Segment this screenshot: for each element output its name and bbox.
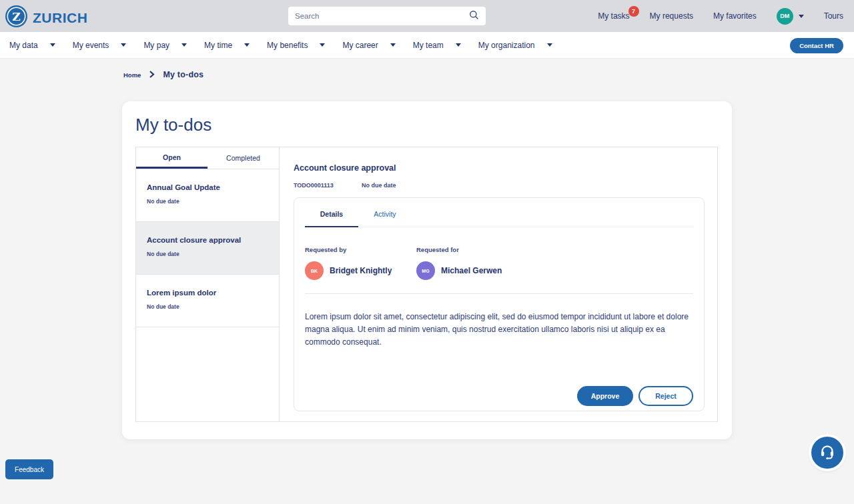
chevron-down-icon bbox=[181, 43, 187, 47]
todo-item-due: No due date bbox=[147, 251, 268, 257]
my-todos-card: My to-dos Open Completed Annual Goal Upd… bbox=[122, 101, 732, 439]
header-right: My tasks 7 My requests My favorites DM T… bbox=[598, 0, 843, 32]
requested-for-person: MG Michael Gerwen bbox=[416, 261, 502, 280]
action-buttons: Approve Reject bbox=[305, 386, 693, 406]
chevron-right-icon bbox=[149, 69, 155, 81]
nav-label: My team bbox=[413, 41, 444, 50]
detail-due-date: No due date bbox=[362, 182, 396, 189]
contact-hr-button[interactable]: Contact HR bbox=[790, 38, 843, 53]
detail-title: Account closure approval bbox=[294, 163, 705, 173]
avatar[interactable]: DM bbox=[777, 8, 793, 25]
todo-item-due: No due date bbox=[147, 303, 268, 310]
todo-item-title: Account closure approval bbox=[147, 236, 268, 244]
nav-label: My organization bbox=[478, 41, 535, 50]
nav-label: My data bbox=[9, 41, 38, 50]
chevron-down-icon bbox=[547, 43, 552, 47]
requested-for-name: Michael Gerwen bbox=[441, 266, 502, 275]
nav-label: My pay bbox=[143, 41, 169, 50]
tours-link[interactable]: Tours bbox=[824, 11, 843, 21]
nav-label: My career bbox=[342, 41, 378, 50]
todo-list-panel: Open Completed Annual Goal Update No due… bbox=[136, 147, 280, 421]
nav-label: My benefits bbox=[267, 41, 308, 50]
nav-item-my-benefits[interactable]: My benefits bbox=[267, 41, 325, 50]
tasks-count-badge: 7 bbox=[628, 6, 639, 17]
requested-by-person: BK Bridget Knightly bbox=[305, 261, 416, 280]
nav-item-my-time[interactable]: My time bbox=[204, 41, 250, 50]
requested-by-label: Requested by bbox=[305, 246, 416, 253]
zurich-logo-icon: Z bbox=[5, 5, 27, 30]
tab-details[interactable]: Details bbox=[305, 210, 358, 227]
detail-meta: TODO0001113 No due date bbox=[294, 182, 705, 189]
todo-detail-panel: Account closure approval TODO0001113 No … bbox=[280, 147, 717, 421]
headset-icon bbox=[819, 443, 836, 463]
search-icon[interactable] bbox=[469, 10, 479, 23]
list-item-selected[interactable]: Account closure approval No due date bbox=[136, 222, 279, 275]
brand-name: ZURICH bbox=[33, 10, 87, 26]
top-header: Z ZURICH My tasks 7 My requests My favor… bbox=[0, 0, 854, 32]
breadcrumb-home-link[interactable]: Home bbox=[123, 71, 141, 79]
nav-label: My events bbox=[73, 41, 109, 50]
chevron-down-icon bbox=[390, 43, 396, 47]
my-tasks-label: My tasks bbox=[598, 11, 629, 21]
tab-completed[interactable]: Completed bbox=[207, 147, 279, 169]
todos-content: Open Completed Annual Goal Update No due… bbox=[135, 147, 718, 422]
my-requests-link[interactable]: My requests bbox=[650, 11, 693, 21]
list-item[interactable]: Annual Goal Update No due date bbox=[136, 169, 279, 222]
nav-item-my-career[interactable]: My career bbox=[342, 41, 395, 50]
nav-item-my-pay[interactable]: My pay bbox=[143, 41, 187, 50]
tab-open[interactable]: Open bbox=[136, 147, 207, 169]
breadcrumb-current: My to-dos bbox=[163, 70, 203, 79]
chevron-down-icon bbox=[121, 43, 126, 47]
nav-item-my-events[interactable]: My events bbox=[73, 41, 127, 50]
requested-for-label: Requested for bbox=[416, 246, 502, 253]
detail-tabs: Details Activity bbox=[305, 210, 693, 227]
tab-activity[interactable]: Activity bbox=[358, 210, 412, 227]
todo-id: TODO0001113 bbox=[294, 182, 334, 189]
main-nav: My data My events My pay My time My bene… bbox=[0, 32, 854, 59]
todo-item-due: No due date bbox=[147, 198, 268, 205]
search-box[interactable] bbox=[288, 7, 486, 25]
nav-label: My time bbox=[204, 41, 232, 50]
search-input[interactable] bbox=[295, 12, 469, 20]
todo-description: Lorem ipsum dolor sit amet, consectetur … bbox=[305, 311, 693, 349]
todo-list-tabs: Open Completed bbox=[136, 147, 279, 169]
reject-button[interactable]: Reject bbox=[638, 386, 693, 406]
page-title: My to-dos bbox=[135, 115, 211, 135]
chevron-down-icon[interactable] bbox=[799, 15, 804, 18]
user-menu[interactable]: DM bbox=[777, 8, 804, 25]
breadcrumb: Home My to-dos bbox=[123, 69, 203, 81]
nav-item-my-team[interactable]: My team bbox=[413, 41, 461, 50]
requested-for-block: Requested for MG Michael Gerwen bbox=[416, 246, 502, 280]
chevron-down-icon bbox=[456, 43, 461, 47]
requested-section: Requested by BK Bridget Knightly Request… bbox=[305, 246, 693, 280]
my-favorites-link[interactable]: My favorites bbox=[713, 11, 757, 21]
feedback-button[interactable]: Feedback bbox=[5, 459, 53, 479]
divider bbox=[305, 293, 693, 294]
chevron-down-icon bbox=[50, 43, 55, 47]
chevron-down-icon bbox=[244, 43, 250, 47]
chevron-down-icon bbox=[320, 43, 325, 47]
requested-by-block: Requested by BK Bridget Knightly bbox=[305, 246, 416, 280]
todo-item-title: Annual Goal Update bbox=[147, 183, 268, 191]
svg-text:Z: Z bbox=[12, 10, 20, 23]
approve-button[interactable]: Approve bbox=[577, 386, 633, 406]
nav-item-my-organization[interactable]: My organization bbox=[478, 41, 552, 50]
my-tasks-link[interactable]: My tasks 7 bbox=[598, 11, 629, 21]
nav-item-my-data[interactable]: My data bbox=[9, 41, 55, 50]
brand[interactable]: Z ZURICH bbox=[5, 5, 87, 30]
avatar: BK bbox=[305, 261, 324, 280]
avatar: MG bbox=[416, 261, 435, 280]
todo-item-title: Lorem ipsum dolor bbox=[147, 289, 268, 297]
list-item[interactable]: Lorem ipsum dolor No due date bbox=[136, 275, 279, 327]
requested-by-name: Bridget Knightly bbox=[330, 266, 392, 275]
detail-card: Details Activity Requested by BK Bridget… bbox=[294, 197, 705, 411]
support-chat-button[interactable] bbox=[811, 437, 843, 469]
